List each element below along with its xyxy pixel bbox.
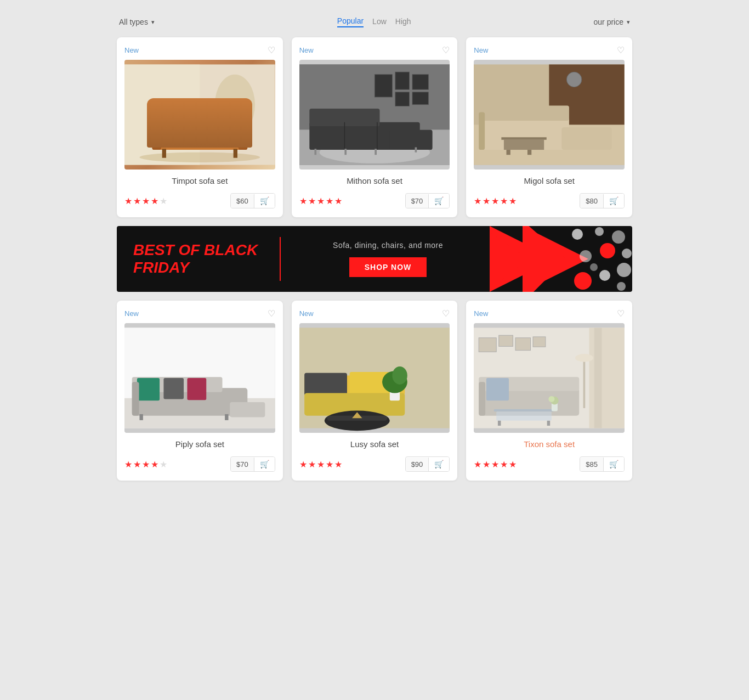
product-image-tixon [474,323,625,433]
heart-icon-tixon[interactable]: ♡ [617,308,625,319]
star2: ★ [308,459,316,470]
product-image-timpot [124,60,275,170]
price-filter-label[interactable]: our price [594,18,623,26]
svg-point-49 [612,230,625,244]
product-image-migol [474,60,625,170]
svg-rect-95 [497,411,552,420]
card-bottom-migol: ★ ★ ★ ★ ★ $80 🛒 [474,193,625,208]
svg-rect-41 [527,150,531,155]
price-btn-piply: $70 🛒 [230,456,275,472]
stars-mithon: ★ ★ ★ ★ ★ [299,196,342,206]
svg-rect-85 [499,335,513,346]
svg-rect-66 [132,382,139,415]
tab-popular[interactable]: Popular [337,16,364,27]
card-bottom-tixon: ★ ★ ★ ★ ★ $85 🛒 [474,456,625,472]
banner-title: BEST OF BLACK FRIDAY [133,241,258,276]
price-tixon: $85 [580,458,604,471]
svg-rect-9 [239,115,247,150]
heart-icon-mithon[interactable]: ♡ [442,45,450,55]
card-top-mithon: New ♡ [299,45,450,55]
product-image-lusy [299,323,450,433]
filter-bar: All types ▾ Popular Low High our price ▾ [117,16,632,27]
product-image-mithon [299,60,450,170]
product-card-lusy: New ♡ [292,301,458,481]
svg-rect-26 [314,149,316,155]
price-btn-migol: $80 🛒 [580,193,625,208]
price-btn-tixon: $85 🛒 [580,456,625,472]
product-name-mithon: Mithon sofa set [299,176,450,185]
price-btn-mithon: $70 🛒 [405,193,450,208]
heart-icon-piply[interactable]: ♡ [268,308,275,319]
badge-new-migol: New [474,46,488,54]
shop-now-button[interactable]: SHOP NOW [349,257,427,277]
star4: ★ [151,196,158,206]
tab-low[interactable]: Low [372,17,387,27]
banner-middle: Sofa, dining, chairs, and more SHOP NOW [286,230,490,288]
svg-rect-20 [412,92,428,105]
svg-rect-18 [395,92,410,106]
svg-point-56 [617,282,626,291]
svg-point-53 [617,263,631,277]
stars-lusy: ★ ★ ★ ★ ★ [299,459,342,470]
tab-high[interactable]: High [395,17,411,27]
star1: ★ [474,196,481,206]
badge-new-mithon: New [299,46,314,54]
banner-right-decor [490,226,632,292]
card-bottom-lusy: ★ ★ ★ ★ ★ $90 🛒 [299,456,450,472]
star1: ★ [124,459,132,470]
product-name-tixon: Tixon sofa set [474,439,625,449]
stars-piply: ★ ★ ★ ★ ★ [124,459,167,470]
star2: ★ [483,196,490,206]
card-top-timpot: New ♡ [124,45,275,55]
star5: ★ [509,459,517,470]
product-card-migol: New ♡ [466,37,632,217]
cart-btn-lusy[interactable]: 🛒 [429,457,449,471]
svg-point-55 [574,272,592,290]
heart-icon-lusy[interactable]: ♡ [442,308,450,319]
badge-new-piply: New [124,309,139,318]
star3: ★ [491,196,499,206]
svg-rect-64 [163,378,184,399]
card-top-migol: New ♡ [474,45,625,55]
svg-rect-72 [304,373,347,396]
svg-rect-96 [498,421,501,426]
price-mithon: $70 [406,194,429,208]
filter-center: Popular Low High [337,16,411,27]
star1: ★ [299,196,307,206]
product-card-piply: New ♡ [117,301,283,481]
cart-btn-migol[interactable]: 🛒 [604,194,624,208]
heart-icon-migol[interactable]: ♡ [617,45,625,55]
star4: ★ [500,196,508,206]
svg-rect-38 [502,137,547,140]
svg-rect-42 [479,112,485,150]
star2: ★ [308,196,316,206]
svg-rect-67 [139,414,143,420]
cart-btn-piply[interactable]: 🛒 [254,457,275,471]
cart-btn-timpot[interactable]: 🛒 [254,194,275,208]
product-name-timpot: Timpot sofa set [124,176,275,185]
filter-right: our price ▾ [594,18,630,26]
star5: ★ [160,459,167,470]
svg-rect-17 [395,72,410,89]
svg-rect-27 [344,149,347,155]
star3: ★ [491,459,499,470]
svg-point-3 [139,153,260,162]
star4: ★ [151,459,158,470]
cart-btn-tixon[interactable]: 🛒 [604,457,624,471]
badge-new-tixon: New [474,309,488,318]
heart-icon-timpot[interactable]: ♡ [268,45,275,55]
svg-point-54 [599,270,610,281]
svg-rect-36 [562,127,612,150]
svg-rect-83 [594,328,602,428]
svg-point-47 [572,229,583,240]
svg-point-100 [549,396,555,402]
price-btn-timpot: $60 🛒 [230,193,275,208]
star1: ★ [124,196,132,206]
card-bottom-piply: ★ ★ ★ ★ ★ $70 🛒 [124,456,275,472]
star5: ★ [334,196,342,206]
product-name-piply: Piply sofa set [124,439,275,449]
all-types-filter[interactable]: All types [119,18,148,26]
svg-rect-10 [162,149,166,157]
cart-btn-mithon[interactable]: 🛒 [429,194,449,208]
svg-rect-65 [187,378,206,400]
